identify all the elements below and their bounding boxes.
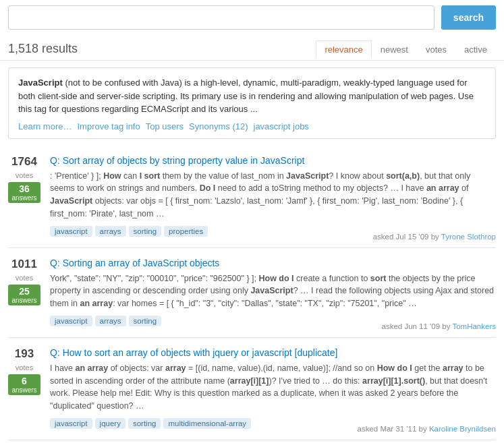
tag-sorting-q1[interactable]: sorting bbox=[129, 226, 162, 237]
search-input[interactable]: [javascript] how do i sort an array bbox=[8, 5, 435, 30]
answers-label-q3: answers bbox=[11, 386, 36, 394]
synonyms-link[interactable]: Synonyms (12) bbox=[189, 121, 248, 131]
tag-javascript-q1[interactable]: javascript bbox=[50, 226, 92, 237]
table-row: 1764 votes 36 answers Q: Sort array of o… bbox=[8, 146, 496, 248]
votes-count-q3: 193 bbox=[15, 347, 34, 361]
javascript-jobs-link[interactable]: javascript jobs bbox=[254, 121, 309, 131]
tag-properties-q1[interactable]: properties bbox=[164, 226, 208, 237]
tag-info-box: JavaScript (not to be confused with Java… bbox=[8, 67, 496, 139]
question-excerpt-q1: : 'Prentice' } ]; How can I sort them by… bbox=[50, 170, 496, 220]
asked-date-q1: asked Jul 15 '09 by bbox=[373, 233, 439, 241]
tag-javascript-q2[interactable]: javascript bbox=[50, 316, 92, 326]
question-title-q2[interactable]: Q: Sorting an array of JavaScript object… bbox=[50, 258, 496, 268]
votes-label-q1: votes bbox=[16, 171, 33, 179]
question-stats-q2: 1011 votes 25 answers bbox=[8, 258, 40, 330]
question-bottom-q3: javascript jquery sorting multidimension… bbox=[50, 418, 496, 433]
question-content-q1: Q: Sort array of objects by string prope… bbox=[50, 155, 496, 241]
tag-sorting-q3[interactable]: sorting bbox=[128, 418, 161, 429]
top-users-link[interactable]: Top users bbox=[146, 121, 184, 131]
asked-date-q2: asked Jun 11 '09 by bbox=[382, 322, 451, 330]
question-tags-q1: javascript arrays sorting properties bbox=[50, 226, 208, 237]
answers-count-q1: 36 bbox=[11, 183, 36, 194]
question-meta-q3: asked Mar 31 '11 by Karoline Brynildsen bbox=[358, 425, 497, 433]
user-link-q3[interactable]: Karoline Brynildsen bbox=[429, 425, 496, 433]
tag-info-links: Learn more… Improve tag info Top users S… bbox=[18, 121, 486, 131]
learn-more-link[interactable]: Learn more… bbox=[18, 121, 72, 131]
votes-label-q3: votes bbox=[16, 363, 33, 372]
answers-badge-q3: 6 answers bbox=[8, 374, 40, 395]
question-bottom-q2: javascript arrays sorting asked Jun 11 '… bbox=[50, 316, 496, 330]
tag-description: JavaScript (not to be confused with Java… bbox=[18, 76, 486, 116]
votes-label-q2: votes bbox=[16, 274, 33, 282]
sort-tab-newest[interactable]: newest bbox=[372, 40, 417, 57]
question-meta-q1: asked Jul 15 '09 by Tyrone Slothrop bbox=[373, 233, 496, 241]
sort-tab-active[interactable]: active bbox=[455, 40, 496, 57]
tag-name-bold: JavaScript bbox=[18, 78, 63, 88]
answers-count-q3: 6 bbox=[11, 376, 36, 386]
answers-label-q2: answers bbox=[11, 297, 36, 304]
tag-arrays-q2[interactable]: arrays bbox=[95, 316, 126, 326]
question-meta-q2: asked Jun 11 '09 by TomHankers bbox=[382, 322, 497, 330]
question-title-q1[interactable]: Q: Sort array of objects by string prope… bbox=[50, 155, 496, 166]
question-bottom-q1: javascript arrays sorting properties ask… bbox=[50, 226, 496, 241]
table-row: 193 votes 6 answers Q: How to sort an ar… bbox=[8, 338, 496, 440]
search-bar: [javascript] how do i sort an array sear… bbox=[0, 0, 504, 35]
table-row: 1011 votes 25 answers Q: Sorting an arra… bbox=[8, 248, 496, 338]
question-title-q3[interactable]: Q: How to sort an array of objects with … bbox=[50, 347, 496, 358]
search-button[interactable]: search bbox=[441, 5, 496, 30]
sort-tab-votes[interactable]: votes bbox=[417, 40, 455, 57]
question-tags-q2: javascript arrays sorting bbox=[50, 316, 161, 326]
sort-tab-relevance[interactable]: relevance bbox=[316, 40, 371, 58]
tag-jquery-q3[interactable]: jquery bbox=[95, 418, 125, 429]
answers-count-q2: 25 bbox=[11, 286, 36, 297]
tag-multidimensional-q3[interactable]: multidimensional-array bbox=[163, 418, 251, 429]
question-list: 1764 votes 36 answers Q: Sort array of o… bbox=[0, 146, 504, 440]
question-tags-q3: javascript jquery sorting multidimension… bbox=[50, 418, 251, 429]
answers-badge-q1: 36 answers bbox=[8, 182, 40, 203]
tag-description-text: (not to be confused with Java) is a high… bbox=[18, 78, 474, 114]
answers-label-q1: answers bbox=[11, 194, 36, 202]
question-excerpt-q3: I have an array of objects: var array = … bbox=[50, 362, 496, 413]
results-header: 1,518 results relevance newest votes act… bbox=[0, 35, 504, 61]
improve-tag-info-link[interactable]: Improve tag info bbox=[77, 121, 140, 131]
results-count: 1,518 results bbox=[8, 42, 78, 56]
user-link-q2[interactable]: TomHankers bbox=[452, 322, 496, 330]
tag-javascript-q3[interactable]: javascript bbox=[50, 418, 92, 429]
question-stats-q1: 1764 votes 36 answers bbox=[8, 155, 40, 241]
question-excerpt-q2: York", "state": "NY", "zip": "00010", "p… bbox=[50, 272, 496, 310]
user-link-q1[interactable]: Tyrone Slothrop bbox=[441, 233, 496, 241]
votes-count-q2: 1011 bbox=[11, 258, 37, 271]
tag-sorting-q2[interactable]: sorting bbox=[129, 316, 162, 326]
answers-badge-q2: 25 answers bbox=[8, 285, 40, 305]
tag-arrays-q1[interactable]: arrays bbox=[95, 226, 126, 237]
question-stats-q3: 193 votes 6 answers bbox=[8, 347, 40, 433]
asked-date-q3: asked Mar 31 '11 by bbox=[358, 425, 427, 433]
votes-count-q1: 1764 bbox=[11, 155, 37, 169]
question-content-q2: Q: Sorting an array of JavaScript object… bbox=[50, 258, 496, 330]
question-content-q3: Q: How to sort an array of objects with … bbox=[50, 347, 496, 433]
sort-tabs: relevance newest votes active bbox=[316, 40, 496, 57]
